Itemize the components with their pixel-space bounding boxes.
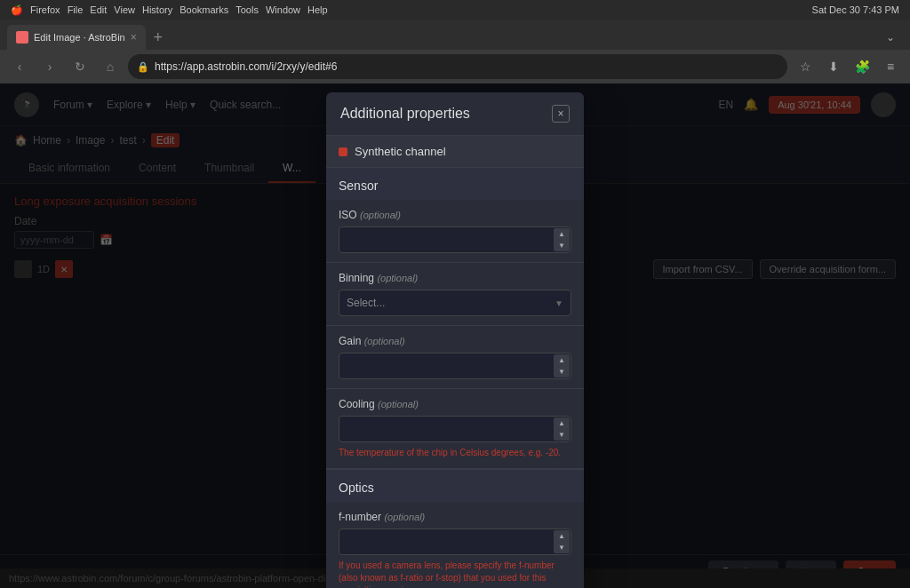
modal-header: Additional properties × (326, 92, 584, 136)
binning-select-arrow: ▼ (555, 298, 563, 308)
tab-favicon (16, 31, 28, 44)
iso-label: ISO (optional) (339, 209, 571, 221)
sensor-section-title: Sensor (326, 167, 584, 200)
fnumber-spinner[interactable]: ▲ ▼ (554, 530, 570, 553)
browser-tab-bar: Edit Image · AstroBin × + ⌄ (0, 20, 910, 50)
gain-label: Gain (optional) (339, 335, 571, 347)
fnumber-decrement[interactable]: ▼ (554, 542, 570, 553)
tools-menu[interactable]: Tools (235, 4, 259, 15)
tab-close-button[interactable]: × (131, 31, 137, 44)
file-menu[interactable]: File (68, 4, 84, 15)
fnumber-input-wrapper: ▲ ▼ (339, 528, 571, 555)
edit-menu[interactable]: Edit (90, 4, 107, 15)
additional-properties-modal: Additional properties × Synthetic channe… (326, 92, 584, 588)
url-bar[interactable]: 🔒 https://app.astrobin.com/i/2rxy/y/edit… (128, 54, 787, 79)
gain-increment[interactable]: ▲ (554, 354, 570, 366)
cooling-input[interactable] (339, 416, 571, 442)
window-expand-button[interactable]: ⌄ (878, 25, 903, 50)
bookmarks-menu[interactable]: Bookmarks (180, 4, 228, 15)
gain-decrement[interactable]: ▼ (554, 366, 570, 377)
cooling-decrement[interactable]: ▼ (554, 429, 570, 441)
url-text: https://app.astrobin.com/i/2rxy/y/edit#6 (155, 60, 337, 73)
tab-label: Edit Image · AstroBin (34, 32, 125, 43)
modal-close-button[interactable]: × (552, 105, 570, 123)
fnumber-input[interactable] (339, 528, 571, 555)
new-tab-button[interactable]: + (146, 25, 171, 50)
gain-input[interactable] (339, 353, 571, 379)
active-tab[interactable]: Edit Image · AstroBin × (7, 25, 146, 50)
home-button[interactable]: ⌂ (98, 54, 123, 79)
browser-toolbar: ‹ › ↻ ⌂ 🔒 https://app.astrobin.com/i/2rx… (0, 50, 910, 83)
iso-input-wrapper: ▲ ▼ (339, 226, 571, 253)
browser-toolbar-icons: ☆ ⬇ 🧩 ≡ (793, 54, 903, 79)
binning-field-group: Binning (optional) Select... ▼ (326, 263, 584, 326)
iso-input[interactable] (339, 226, 571, 253)
forward-button[interactable]: › (37, 54, 62, 79)
iso-decrement[interactable]: ▼ (554, 240, 570, 251)
website-background: 🔭 Forum ▾ Explore ▾ Help ▾ Quick search.… (0, 83, 910, 588)
fnumber-increment[interactable]: ▲ (554, 530, 570, 542)
synthetic-channel-section: Synthetic channel (326, 136, 584, 167)
optics-section: Optics f-number (optional) ▲ ▼ (326, 469, 584, 588)
cooling-hint: The temperature of the chip in Celsius d… (339, 447, 571, 459)
lock-icon: 🔒 (137, 61, 149, 73)
extensions-icon[interactable]: 🧩 (850, 54, 874, 79)
window-menu[interactable]: Window (266, 4, 300, 15)
apple-icon[interactable]: 🍎 (11, 4, 23, 16)
os-menus: 🍎 Firefox File Edit View History Bookmar… (11, 4, 328, 16)
datetime-display: Sat Dec 30 7:43 PM (812, 4, 899, 15)
iso-spinner[interactable]: ▲ ▼ (554, 228, 570, 251)
menu-icon[interactable]: ≡ (878, 54, 903, 79)
help-menu[interactable]: Help (307, 4, 328, 15)
back-button[interactable]: ‹ (7, 54, 32, 79)
os-status-icons: Sat Dec 30 7:43 PM (812, 4, 899, 15)
modal-body: Synthetic channel Sensor ISO (optional) (326, 136, 584, 588)
binning-label: Binning (optional) (339, 272, 571, 284)
iso-field-group: ISO (optional) ▲ ▼ (326, 200, 584, 263)
gain-field-group: Gain (optional) ▲ ▼ (326, 326, 584, 389)
view-menu[interactable]: View (114, 4, 135, 15)
iso-increment[interactable]: ▲ (554, 228, 570, 240)
synthetic-channel-icon (339, 147, 347, 156)
fnumber-label: f-number (optional) (339, 511, 571, 523)
firefox-menu[interactable]: Firefox (30, 4, 60, 15)
fnumber-field-group: f-number (optional) ▲ ▼ If you used a ca… (326, 502, 584, 588)
optics-section-title: Optics (326, 469, 584, 502)
modal-title: Additional properties (340, 106, 470, 122)
history-menu[interactable]: History (142, 4, 172, 15)
download-icon[interactable]: ⬇ (821, 54, 846, 79)
cooling-label: Cooling (optional) (339, 398, 571, 410)
bookmark-icon[interactable]: ☆ (793, 54, 818, 79)
binning-select[interactable]: Select... ▼ (339, 290, 571, 316)
cooling-spinner[interactable]: ▲ ▼ (554, 417, 570, 441)
fnumber-hint: If you used a camera lens, please specif… (339, 560, 571, 588)
cooling-input-wrapper: ▲ ▼ (339, 416, 571, 442)
binning-placeholder: Select... (347, 297, 385, 309)
os-menubar: 🍎 Firefox File Edit View History Bookmar… (0, 0, 910, 20)
cooling-increment[interactable]: ▲ (554, 417, 570, 429)
synthetic-channel-label: Synthetic channel (355, 145, 446, 158)
modal-overlay: Additional properties × Synthetic channe… (0, 83, 910, 588)
sensor-section: Sensor ISO (optional) ▲ ▼ (326, 167, 584, 469)
reload-button[interactable]: ↻ (68, 54, 92, 79)
gain-spinner[interactable]: ▲ ▼ (554, 354, 570, 377)
cooling-field-group: Cooling (optional) ▲ ▼ The temperature o… (326, 389, 584, 469)
gain-input-wrapper: ▲ ▼ (339, 353, 571, 379)
